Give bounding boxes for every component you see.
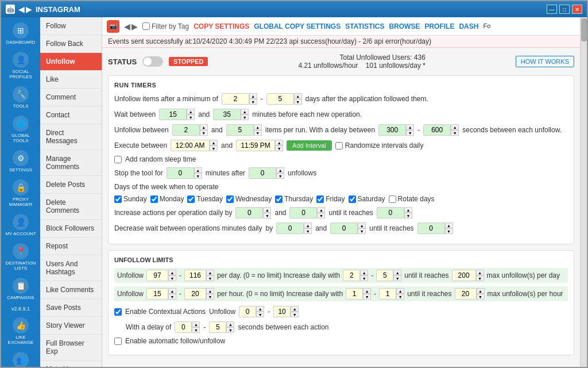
sidebar-item-campaigns[interactable]: 📋 CAMPAIGNS [3,275,38,303]
forward-arrow[interactable]: ▶ [26,5,32,14]
nav-block-followers[interactable]: Block Followers [40,220,102,237]
limit-hr-input5[interactable]: ▲▼ [455,288,485,300]
w-up1[interactable]: ▲ [187,109,195,114]
lh-dn3[interactable]: ▼ [363,294,371,300]
nav-users-hashtags[interactable]: Users And Hashtags [40,255,102,281]
time-from-group[interactable]: ▲▼ [171,140,218,151]
wait-input1[interactable]: ▲▼ [159,109,195,120]
filter-checkbox[interactable] [142,22,150,30]
stop-val2[interactable] [249,167,276,179]
lh-up4[interactable]: ▲ [396,288,404,294]
nav-follow-back[interactable]: Follow Back [40,35,102,53]
da-up1[interactable]: ▲ [192,321,200,327]
nav-full-browser[interactable]: Full Browser Exp [40,335,102,361]
time-from-input[interactable] [171,140,210,151]
inc-val2[interactable] [289,207,317,218]
nav-save-posts[interactable]: Save Posts [40,299,102,317]
ld-dn4[interactable]: ▼ [393,275,401,281]
how-it-works-button[interactable]: HOW IT WORKS [516,56,574,67]
window-controls[interactable]: — □ ✕ [547,5,582,14]
inc-input1[interactable]: ▲▼ [235,207,271,218]
nav-contact[interactable]: Contact [40,106,102,124]
copy-settings-link[interactable]: COPY SETTINGS [194,22,249,30]
s-dn1[interactable]: ▼ [194,173,202,179]
inc-input2[interactable]: ▲▼ [289,207,325,218]
i-dn2[interactable]: ▼ [254,130,262,136]
nav-story-viewer[interactable]: Story Viewer [40,317,102,335]
inc-dn2[interactable]: ▼ [317,213,325,218]
inc-dn1[interactable]: ▼ [263,213,271,218]
day-tuesday[interactable]: Tuesday [187,195,223,203]
d-up1[interactable]: ▲ [406,124,414,130]
stop-input2[interactable]: ▲▼ [249,167,284,179]
random-sleep-checkbox[interactable] [114,156,122,163]
auto-follow-checkbox[interactable] [114,338,122,345]
limit-day-val1[interactable] [146,270,168,281]
da-dn1[interactable]: ▼ [192,327,200,333]
nav-arrows[interactable]: ◀ ▶ [18,5,32,14]
topbar-back[interactable]: ◀ [124,22,130,31]
min-days-input2[interactable]: ▲▼ [266,93,302,105]
ctx-up1[interactable]: ▲ [256,306,264,312]
maximize-button[interactable]: □ [559,5,570,14]
w-dn2[interactable]: ▼ [241,114,249,120]
ld-dn1[interactable]: ▼ [168,275,176,281]
limit-day-val5[interactable] [452,270,476,281]
delay-a-val1[interactable] [175,321,192,333]
scrollbar-thumb[interactable] [581,18,587,41]
s-up2[interactable]: ▲ [276,167,284,173]
nav-like[interactable]: Like [40,71,102,89]
ld-dn5[interactable]: ▼ [476,275,484,281]
items-val1[interactable] [172,124,200,136]
inc-up1[interactable]: ▲ [263,207,271,213]
close-button[interactable]: ✕ [572,5,582,14]
sidebar-item-dashboard[interactable]: ⊞ DASHBOARD [3,20,38,48]
ld-up5[interactable]: ▲ [476,270,484,275]
sidebar-item-destination[interactable]: 📍 DESTINATION LISTS [3,240,38,274]
scrollbar[interactable] [580,17,587,367]
delay-a-val2[interactable] [209,321,226,333]
nav-like-comments[interactable]: Like Comments [40,281,102,299]
limit-day-input3[interactable]: ▲▼ [343,270,368,281]
tf-dn[interactable]: ▼ [210,145,218,151]
lh-dn5[interactable]: ▼ [477,294,485,300]
da-up2[interactable]: ▲ [226,321,234,327]
spin-up2[interactable]: ▲ [294,93,302,99]
limit-hr-input4[interactable]: ▲▼ [379,288,404,300]
time-to-group[interactable]: ▲▼ [236,140,283,151]
sidebar-item-tools[interactable]: 🔧 TOOLS [3,83,38,112]
dec-val2[interactable] [330,223,358,234]
limit-day-input5[interactable]: ▲▼ [452,270,484,281]
limit-day-val4[interactable] [376,270,393,281]
limit-hr-val5[interactable] [455,288,477,300]
day-saturday[interactable]: Saturday [349,195,385,203]
dec-up3[interactable]: ▲ [445,223,453,228]
ctx-input1[interactable]: ▲▼ [239,306,264,317]
nav-unfollow[interactable]: Unfollow ▲ [40,53,102,71]
status-toggle[interactable] [142,56,163,67]
minimize-button[interactable]: — [547,5,557,14]
nav-direct-messages[interactable]: Direct Messages [40,124,102,150]
day-wednesday[interactable]: Wednesday [226,195,272,203]
day-friday[interactable]: Friday [316,195,345,203]
inc-up3[interactable]: ▲ [404,207,412,213]
sidebar-item-like-exchange[interactable]: 👍 LIKE EXCHANGE [3,315,38,348]
delay-val1[interactable] [378,124,406,136]
ld-up2[interactable]: ▲ [206,270,214,275]
dec-input3[interactable]: ▲▼ [417,223,453,234]
lh-dn1[interactable]: ▼ [168,294,176,300]
day-sunday[interactable]: Sunday [114,195,147,203]
nav-comment[interactable]: Comment [40,89,102,106]
dec-up1[interactable]: ▲ [304,223,312,228]
i-dn1[interactable]: ▼ [200,130,208,136]
statistics-link[interactable]: STATISTICS [345,22,384,30]
tf-up[interactable]: ▲ [210,140,218,145]
items-input2[interactable]: ▲▼ [226,124,262,136]
min-days-val1[interactable] [222,93,249,105]
d-dn2[interactable]: ▼ [451,130,459,136]
ctx-val2[interactable] [273,306,291,317]
randomize-checkbox-row[interactable]: Randomize intervals daily [335,141,424,150]
delay-input2[interactable]: ▲▼ [423,124,459,136]
time-to-input[interactable] [236,140,275,151]
limit-day-input4[interactable]: ▲▼ [376,270,401,281]
